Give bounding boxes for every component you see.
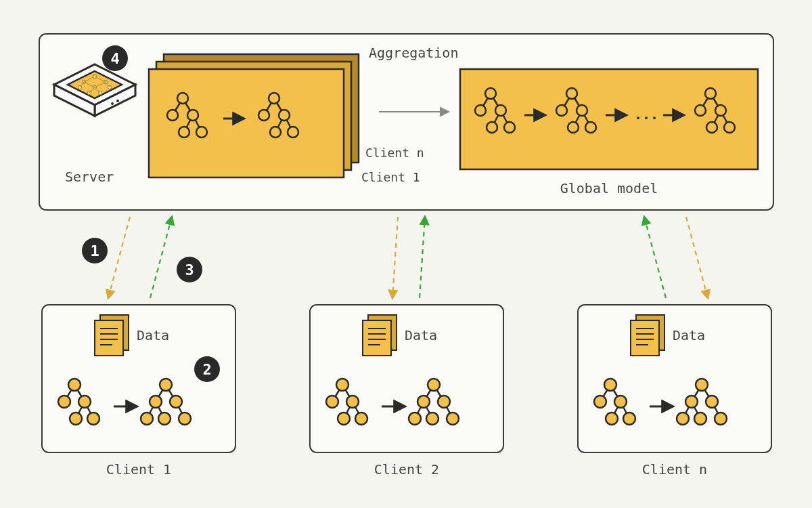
svg-point-91	[68, 379, 81, 391]
svg-point-71	[705, 88, 716, 99]
svg-rect-111	[363, 320, 391, 356]
svg-point-66	[585, 122, 596, 133]
svg-text:1: 1	[90, 242, 99, 259]
svg-point-161	[694, 412, 706, 425]
svg-point-43	[269, 93, 279, 104]
svg-point-122	[346, 396, 359, 408]
svg-point-92	[58, 396, 70, 408]
svg-point-106	[179, 412, 191, 425]
svg-point-149	[614, 396, 627, 408]
svg-point-93	[78, 396, 91, 408]
svg-rect-82	[95, 320, 123, 356]
svg-point-72	[695, 105, 706, 116]
svg-point-121	[326, 396, 338, 408]
svg-point-37	[196, 127, 207, 137]
client-1-tag: Client 1	[361, 170, 420, 184]
svg-point-101	[160, 379, 172, 391]
ellipsis-label: ...	[634, 106, 658, 123]
svg-point-94	[70, 412, 82, 425]
svg-point-147	[604, 379, 616, 391]
svg-point-157	[696, 379, 708, 391]
svg-point-123	[338, 412, 350, 425]
svg-point-131	[418, 396, 430, 408]
svg-point-148	[594, 396, 606, 408]
svg-text:4: 4	[110, 50, 119, 67]
svg-point-62	[566, 88, 577, 99]
down-arrow-cn-icon	[686, 217, 708, 298]
data-label-cn: Data	[673, 327, 705, 343]
svg-point-103	[170, 396, 182, 408]
svg-point-159	[706, 396, 718, 408]
svg-point-150	[606, 412, 618, 425]
svg-point-63	[556, 105, 567, 116]
svg-point-36	[179, 127, 189, 137]
svg-point-133	[409, 412, 421, 425]
diagram-root: Server 4 Aggregation Client n	[0, 0, 812, 508]
data-label-c1: Data	[137, 327, 169, 343]
up-arrow-c1-icon	[150, 217, 172, 298]
down-arrow-c2-icon	[392, 217, 398, 298]
svg-point-132	[438, 396, 450, 408]
step-3-badge: 3	[177, 257, 202, 282]
client-n-tag: Client n	[365, 146, 424, 160]
svg-point-135	[447, 412, 459, 425]
svg-point-151	[623, 412, 635, 425]
svg-point-74	[706, 122, 717, 133]
svg-rect-138	[631, 320, 659, 356]
global-model-label: Global model	[560, 180, 658, 196]
svg-point-35	[187, 110, 198, 121]
svg-point-162	[715, 412, 727, 425]
client-n-label: Client n	[642, 461, 707, 478]
data-icon-c2	[363, 315, 397, 356]
client-model-stack	[149, 54, 359, 177]
svg-point-134	[426, 412, 438, 425]
svg-point-73	[715, 105, 726, 116]
svg-point-95	[87, 412, 99, 425]
step-2-badge: 2	[194, 356, 220, 382]
svg-point-160	[677, 412, 689, 425]
up-arrow-c2-icon	[420, 217, 425, 298]
up-arrow-cn-icon	[644, 217, 666, 298]
step-4-badge: 4	[102, 45, 128, 71]
svg-point-56	[487, 122, 497, 133]
svg-text:2: 2	[202, 361, 211, 378]
svg-point-120	[336, 379, 348, 391]
svg-point-130	[428, 379, 440, 391]
svg-point-64	[577, 105, 587, 116]
svg-point-55	[495, 105, 506, 116]
svg-point-57	[504, 122, 515, 133]
svg-rect-28	[149, 69, 344, 177]
svg-point-46	[270, 127, 281, 137]
svg-point-102	[150, 396, 162, 408]
server-label: Server	[65, 169, 114, 185]
svg-point-105	[158, 412, 171, 425]
svg-point-44	[258, 110, 269, 121]
svg-point-104	[141, 412, 153, 425]
svg-point-22	[116, 100, 119, 102]
svg-point-65	[568, 122, 579, 133]
svg-point-54	[475, 105, 486, 116]
svg-point-21	[111, 102, 114, 105]
svg-point-33	[177, 93, 188, 104]
svg-point-45	[279, 110, 290, 121]
svg-point-53	[485, 88, 496, 99]
data-label-c2: Data	[405, 327, 437, 343]
down-arrow-c1-icon	[108, 217, 130, 298]
aggregation-label: Aggregation	[369, 45, 458, 61]
svg-point-124	[355, 412, 367, 425]
svg-point-158	[685, 396, 698, 408]
svg-point-34	[167, 110, 178, 121]
client-2-label: Client 2	[374, 461, 439, 478]
svg-point-75	[724, 122, 735, 133]
client-1-label: Client 1	[106, 461, 171, 478]
step-1-badge: 1	[82, 238, 108, 263]
svg-text:3: 3	[185, 261, 194, 278]
svg-point-47	[288, 127, 298, 137]
data-icon-c1	[95, 315, 129, 356]
data-icon-cn	[631, 315, 664, 356]
